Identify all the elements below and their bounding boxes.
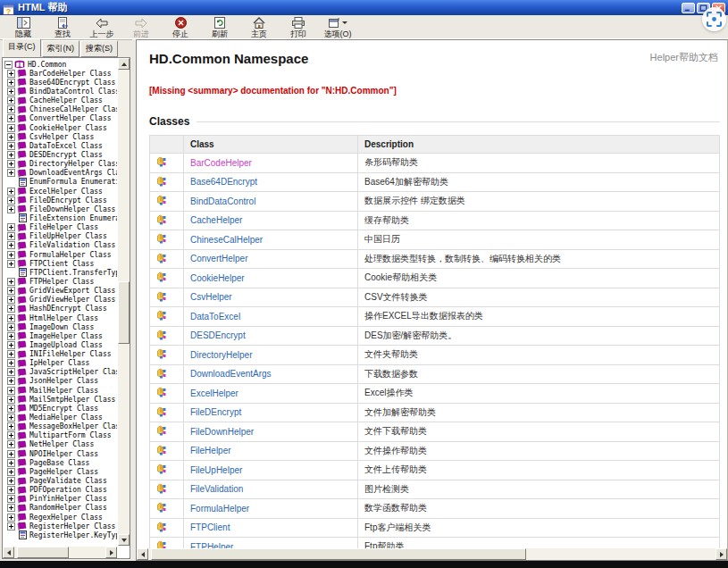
tree-item-class[interactable]: FTPClient Class	[4, 259, 117, 268]
expand-icon[interactable]	[7, 251, 15, 259]
tree-item-class[interactable]: NPOIHelper Class	[4, 449, 117, 458]
tree-item-class[interactable]: HashDEncrypt Class	[4, 305, 117, 313]
tree-item-class[interactable]: BindDataControl Class	[4, 87, 117, 96]
expand-icon[interactable]	[7, 241, 15, 249]
class-link[interactable]: DESDEncrypt	[190, 330, 246, 340]
class-link[interactable]: DataToExcel	[190, 312, 240, 322]
tree-item-class[interactable]: JsonHelper Class	[4, 377, 117, 386]
tree-item-class[interactable]: FileValidation Class	[4, 241, 117, 250]
expand-icon[interactable]	[7, 522, 15, 530]
content-hscrollbar-thumb[interactable]	[151, 548, 526, 560]
toolbar-button-locate[interactable]: 查找	[43, 16, 82, 38]
tree-item-class[interactable]: Base64DEncrypt Class	[4, 78, 117, 87]
expand-icon[interactable]	[7, 88, 15, 96]
tree-item-class[interactable]: PageHelper Class	[4, 467, 117, 476]
tree-item-class[interactable]: MailSmtpHelper Class	[4, 395, 117, 404]
class-link[interactable]: ExcelHelper	[190, 388, 238, 398]
toolbar-button-hide[interactable]: 隐藏	[4, 16, 43, 38]
scroll-down-button[interactable]	[118, 534, 130, 546]
expand-icon[interactable]	[7, 468, 15, 476]
tree-item-class[interactable]: MessageBoxHelper Class	[4, 422, 117, 431]
tree-horizontal-scrollbar[interactable]	[3, 547, 117, 558]
expand-icon[interactable]	[7, 396, 15, 404]
expand-icon[interactable]	[7, 314, 15, 322]
expand-icon[interactable]	[7, 440, 15, 448]
tree-item-class[interactable]: RandomHelper Class	[4, 504, 117, 513]
expand-icon[interactable]	[7, 196, 15, 205]
tree-item-class[interactable]: ConvertHelper Class	[4, 114, 117, 123]
tree-item-class[interactable]: PageValidate Class	[4, 476, 117, 485]
expand-icon[interactable]	[7, 504, 15, 512]
scroll-up-button[interactable]	[118, 58, 130, 70]
expand-icon[interactable]	[7, 142, 15, 150]
scroll-right-button[interactable]	[715, 548, 727, 560]
expand-icon[interactable]	[7, 350, 15, 358]
tree-item-class[interactable]: FormulaHelper Class	[4, 250, 117, 259]
tree-item-class[interactable]: ImageDown Class	[4, 322, 117, 331]
tree-item-class[interactable]: FileHelper Class	[4, 223, 117, 232]
class-link[interactable]: BindDataControl	[190, 196, 255, 206]
tree-item-class[interactable]: CsvHelper Class	[4, 132, 117, 141]
expand-icon[interactable]	[7, 133, 15, 141]
tree-hscrollbar-thumb[interactable]	[17, 547, 69, 558]
tree-item-class[interactable]: RegexHelper Class	[4, 513, 117, 522]
expand-icon[interactable]	[7, 486, 15, 494]
tree-item-class[interactable]: DESDEncrypt Class	[4, 150, 117, 159]
tree-item-class[interactable]: GridViewHelper Class	[4, 296, 117, 305]
tree-root-item[interactable]: HD.Common	[4, 60, 117, 69]
expand-icon[interactable]	[7, 232, 15, 240]
expand-icon[interactable]	[7, 332, 15, 340]
class-link[interactable]: DownloadEventArgs	[190, 369, 272, 379]
class-link[interactable]: CookieHelper	[190, 273, 245, 283]
expand-icon[interactable]	[7, 477, 15, 485]
expand-icon[interactable]	[7, 205, 15, 213]
expand-icon[interactable]	[7, 323, 15, 331]
class-link[interactable]: CsvHelper	[190, 292, 232, 302]
expand-icon[interactable]	[7, 387, 15, 395]
tree-item-class[interactable]: DirectoryHelper Class	[4, 160, 117, 169]
class-link[interactable]: FileUpHelper	[190, 465, 242, 475]
tree-item-enum[interactable]: EnumFormula Enumeration	[4, 178, 117, 187]
tree-item-class[interactable]: MailHelper Class	[4, 386, 117, 395]
tree-scrollbar-thumb[interactable]	[118, 281, 130, 344]
expand-icon[interactable]	[7, 96, 15, 104]
tree-item-class[interactable]: ImageHelper Class	[4, 331, 117, 340]
class-link[interactable]: FormulaHelper	[190, 504, 249, 514]
expand-icon[interactable]	[7, 151, 15, 159]
expand-icon[interactable]	[7, 223, 15, 231]
tree-item-class[interactable]: BarCodeHelper Class	[4, 69, 117, 78]
class-link[interactable]: FTPHelper	[190, 542, 233, 548]
class-link[interactable]: FileValidation	[190, 484, 243, 494]
tree-item-class[interactable]: DataToExcel Class	[4, 141, 117, 150]
expand-icon[interactable]	[7, 368, 15, 376]
toolbar-button-home[interactable]: 主页	[239, 16, 279, 38]
tree-item-class[interactable]: CacheHelper Class	[4, 96, 117, 105]
tree-item-class[interactable]: HtmlHelper Class	[4, 313, 117, 322]
tree-item-class[interactable]: IpHelper Class	[4, 359, 117, 368]
expand-icon[interactable]	[7, 405, 15, 413]
expand-icon[interactable]	[7, 341, 15, 349]
tree-item-class[interactable]: ChineseCalHelper Class	[4, 105, 117, 114]
tree-item-class[interactable]: FileUpHelper Class	[4, 232, 117, 241]
expand-icon[interactable]	[7, 459, 15, 467]
nav-tab-n[interactable]: 索引(N)	[42, 40, 80, 57]
expand-icon[interactable]	[7, 514, 15, 522]
tree-item-class[interactable]: PageBase Class	[4, 458, 117, 467]
expand-icon[interactable]	[7, 431, 15, 439]
tree-item-class[interactable]: FileDownHelper Class	[4, 205, 117, 213]
expand-icon[interactable]	[7, 377, 15, 385]
tree-item-class[interactable]: FileDEncrypt Class	[4, 196, 117, 205]
minimize-button[interactable]	[682, 3, 695, 13]
expand-icon[interactable]	[7, 105, 15, 113]
tree-item-class[interactable]: MD5Encrypt Class	[4, 404, 117, 413]
expand-icon[interactable]	[7, 413, 15, 422]
tree-item-class[interactable]: PDFOperation Class	[4, 486, 117, 495]
tree-item-class[interactable]: MultipartForm Class	[4, 431, 117, 440]
tree-item-enum[interactable]: RegisterHelper.KeyType Enumeration	[4, 530, 117, 539]
expand-icon[interactable]	[7, 160, 15, 168]
nav-tab-s[interactable]: 搜索(S)	[80, 40, 118, 57]
class-link[interactable]: Base64DEncrypt	[190, 177, 257, 187]
tree-item-class[interactable]: JavaScriptHelper Class	[4, 368, 117, 377]
expand-icon[interactable]	[7, 450, 15, 458]
expand-icon[interactable]	[7, 124, 15, 132]
